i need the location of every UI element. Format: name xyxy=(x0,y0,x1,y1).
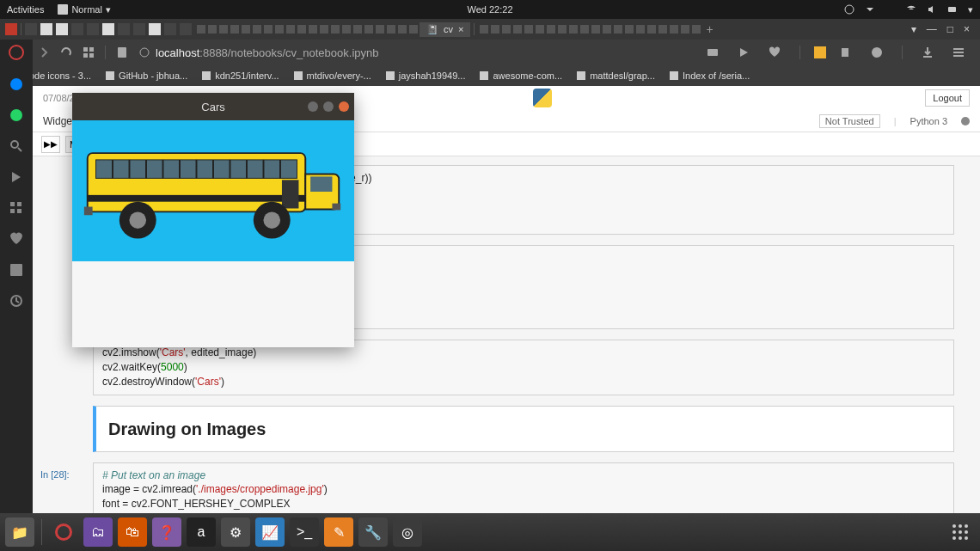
dock-app-tools[interactable]: 🔧 xyxy=(358,517,388,547)
window-titlebar[interactable]: Cars xyxy=(72,93,354,120)
svg-rect-27 xyxy=(10,264,22,276)
opencv-window[interactable]: Cars xyxy=(72,93,354,347)
pinned-tab[interactable] xyxy=(56,23,68,35)
pinned-tab[interactable] xyxy=(87,23,99,35)
activities-button[interactable]: Activities xyxy=(7,4,44,15)
bookmark-item[interactable]: jayshah19949... xyxy=(385,70,466,81)
heart-icon[interactable] xyxy=(9,232,23,246)
opera-sidebar xyxy=(0,40,33,513)
code-cell[interactable]: In [28]: # Put text on an image image = … xyxy=(93,462,954,513)
dock-app-monitor[interactable]: 📈 xyxy=(255,517,285,547)
minimize-icon[interactable]: — xyxy=(927,23,937,35)
dock-app-sublime[interactable]: ✎ xyxy=(324,517,353,547)
logout-button[interactable]: Logout xyxy=(925,89,970,107)
clock[interactable]: Wed 22:22 xyxy=(467,4,512,15)
close-icon[interactable]: × xyxy=(964,23,970,35)
pinned-tab[interactable] xyxy=(149,23,161,35)
copy-icon[interactable] xyxy=(840,46,852,58)
bookmark-item[interactable]: GitHub - jbhua... xyxy=(105,70,187,81)
pinned-tab[interactable] xyxy=(118,23,130,35)
play-icon[interactable] xyxy=(9,170,23,184)
show-apps-button[interactable] xyxy=(952,524,968,540)
page-icon xyxy=(116,46,128,58)
menu-icon[interactable] xyxy=(952,46,965,58)
svg-rect-44 xyxy=(282,180,299,208)
pinned-tab[interactable] xyxy=(25,23,37,35)
bookmarks-bar: Code icons - 3... GitHub - jbhua... kdn2… xyxy=(0,65,980,86)
news-icon[interactable] xyxy=(9,263,23,277)
page-icon xyxy=(201,70,211,81)
history-icon[interactable] xyxy=(9,294,23,308)
dock-app-help[interactable]: ❓ xyxy=(152,517,181,547)
bookmark-item[interactable]: mattdesl/grap... xyxy=(576,70,655,81)
pinned-tab[interactable] xyxy=(180,23,192,35)
svg-point-48 xyxy=(264,211,281,229)
maximize-icon[interactable] xyxy=(323,101,334,112)
tab-menu-icon[interactable]: ▾ xyxy=(911,23,916,35)
page-icon xyxy=(479,70,489,81)
search-icon[interactable] xyxy=(9,139,23,153)
kernel-name[interactable]: Python 3 xyxy=(910,116,947,126)
heart-icon[interactable] xyxy=(769,46,781,58)
svg-point-22 xyxy=(11,141,18,148)
page-icon xyxy=(669,70,679,81)
svg-rect-23 xyxy=(10,202,15,206)
code-cell[interactable]: cv2.imshow('Cars', edited_image) cv2.wai… xyxy=(93,340,954,395)
whatsapp-icon[interactable] xyxy=(9,108,23,122)
battery-icon xyxy=(947,4,958,15)
dock-app-files[interactable]: 📁 xyxy=(5,517,34,547)
pinned-tab[interactable] xyxy=(40,23,52,35)
dock-app-settings[interactable]: ⚙ xyxy=(221,517,250,547)
page-icon xyxy=(293,70,303,81)
close-icon[interactable] xyxy=(339,101,349,112)
forward-icon[interactable] xyxy=(38,46,50,58)
svg-rect-9 xyxy=(707,49,718,56)
url-field[interactable]: localhost:8888/notebooks/cv_notebook.ipy… xyxy=(156,46,378,59)
bookmark-item[interactable]: kdn251/interv... xyxy=(201,70,279,81)
profile-icon[interactable] xyxy=(871,46,883,58)
volume-icon xyxy=(927,4,937,15)
svg-rect-2 xyxy=(948,7,956,12)
tab-strip: 📓 cv × + ▾ — □ × xyxy=(0,19,980,40)
pinned-tab[interactable] xyxy=(71,23,83,35)
svg-rect-17 xyxy=(480,71,488,80)
dock-app-amazon[interactable]: a xyxy=(187,517,216,547)
dock-app-files[interactable]: 🗂 xyxy=(83,517,113,547)
dock-app-terminal[interactable]: >_ xyxy=(290,517,319,547)
dock-app-opera[interactable] xyxy=(49,517,78,547)
speed-dial-icon[interactable] xyxy=(83,46,95,58)
address-bar: localhost:8888/notebooks/cv_notebook.ipy… xyxy=(0,40,980,65)
dock-app-software[interactable]: 🛍 xyxy=(118,517,147,547)
workspace-indicator[interactable]: Normal ▾ xyxy=(58,4,110,15)
apps-icon[interactable] xyxy=(9,201,23,215)
trust-button[interactable]: Not Trusted xyxy=(819,114,880,128)
camera-icon[interactable] xyxy=(707,46,719,58)
active-tab[interactable]: 📓 cv × xyxy=(420,22,470,37)
bookmark-item[interactable]: awesome-com... xyxy=(479,70,562,81)
markdown-cell[interactable]: Drawing on Images xyxy=(93,406,954,452)
close-icon[interactable]: × xyxy=(458,24,463,34)
download-icon[interactable] xyxy=(922,46,934,58)
dock-app-generic[interactable]: ◎ xyxy=(393,517,422,547)
opera-logo-icon[interactable] xyxy=(9,45,24,60)
reload-icon[interactable] xyxy=(60,46,72,58)
new-tab-button[interactable]: + xyxy=(706,22,713,36)
run-all-button[interactable]: ▶▶ xyxy=(41,136,60,153)
page-icon xyxy=(105,70,115,81)
play-icon[interactable] xyxy=(738,46,750,58)
pinned-tab[interactable] xyxy=(102,23,114,35)
maximize-icon[interactable]: □ xyxy=(947,23,953,35)
svg-rect-30 xyxy=(88,195,306,202)
system-tray[interactable]: ▾ xyxy=(844,4,973,15)
minimize-icon[interactable] xyxy=(308,101,318,112)
extension-icon[interactable] xyxy=(814,46,826,58)
svg-rect-14 xyxy=(202,71,211,80)
bookmark-item[interactable]: Index of /seria... xyxy=(669,70,750,81)
night-icon xyxy=(885,4,896,15)
pinned-tab[interactable] xyxy=(5,23,17,35)
pinned-tab[interactable] xyxy=(133,23,145,35)
messenger-icon[interactable] xyxy=(9,77,23,91)
pinned-tab[interactable] xyxy=(164,23,176,35)
bookmark-item[interactable]: mtdivo/every-... xyxy=(293,70,371,81)
jupyter-icon: 📓 xyxy=(426,24,438,35)
